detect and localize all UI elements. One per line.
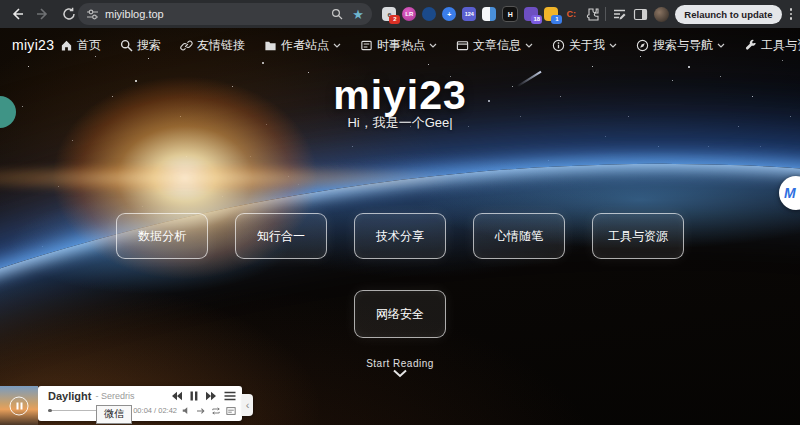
nav-item-author-sites[interactable]: 作者站点 bbox=[264, 37, 341, 54]
extension-book-icon[interactable] bbox=[482, 7, 496, 21]
chevron-down-icon bbox=[717, 43, 725, 48]
play-order-icon[interactable] bbox=[196, 407, 206, 415]
album-cover[interactable] bbox=[0, 386, 38, 425]
folder-icon bbox=[264, 39, 277, 52]
category-buttons-row1: 数据分析 知行合一 技术分享 心情随笔 工具与资源 bbox=[0, 213, 800, 259]
nav-item-home[interactable]: 首页 bbox=[60, 37, 101, 54]
progress-played bbox=[48, 409, 52, 412]
site-navbar: miyi23 首页 搜索 友情链接 作者站点 时事热点 bbox=[0, 32, 800, 58]
nav-item-friend-links[interactable]: 友情链接 bbox=[180, 37, 245, 54]
site-logo[interactable]: miyi23 bbox=[12, 37, 54, 53]
player-collapse-handle[interactable]: ‹ bbox=[242, 394, 253, 416]
reading-list-icon[interactable] bbox=[612, 7, 627, 22]
wrench-icon bbox=[744, 39, 757, 52]
nav-item-search[interactable]: 搜索 bbox=[120, 37, 161, 54]
profile-avatar[interactable] bbox=[654, 7, 669, 22]
cover-pause-icon[interactable] bbox=[10, 396, 29, 415]
time-display: 00:04 / 02:42 bbox=[133, 406, 177, 415]
extension-colorzilla-icon[interactable]: C: bbox=[564, 7, 578, 21]
relaunch-button[interactable]: Relaunch to update bbox=[675, 5, 781, 24]
badge-count: 1 bbox=[551, 15, 562, 24]
previous-track-icon[interactable] bbox=[171, 391, 183, 401]
assistant-logo: M bbox=[784, 185, 796, 201]
chevron-down-icon bbox=[429, 43, 437, 48]
nav-item-tools-resources[interactable]: 工具与资源 bbox=[744, 37, 800, 54]
chrome-menu-icon[interactable] bbox=[788, 8, 795, 20]
reload-icon[interactable] bbox=[62, 7, 76, 21]
track-artist: - Seredris bbox=[95, 391, 134, 401]
loop-icon[interactable] bbox=[211, 407, 221, 415]
badge-count: 18 bbox=[531, 15, 542, 24]
forward-icon bbox=[36, 7, 50, 21]
toolbar-divider bbox=[605, 7, 606, 21]
extension-lr-icon[interactable]: LR bbox=[402, 7, 416, 21]
news-icon bbox=[360, 39, 373, 52]
lyrics-panel-icon[interactable] bbox=[226, 407, 236, 415]
extension-blue-circle-icon[interactable] bbox=[422, 7, 436, 21]
badge-count: 2 bbox=[389, 15, 400, 24]
hero-title: miyi23 bbox=[0, 72, 800, 119]
extension-h-icon[interactable]: H bbox=[502, 6, 518, 22]
extension-ghost-icon[interactable]: 18 bbox=[524, 7, 538, 21]
chevron-down-icon bbox=[333, 43, 341, 48]
wechat-tooltip: 微信 bbox=[96, 405, 132, 424]
extensions-puzzle-icon[interactable] bbox=[584, 7, 599, 22]
home-icon bbox=[60, 39, 73, 52]
address-bar[interactable]: miyiblog.top ★ bbox=[78, 3, 372, 25]
hero-subtitle: Hi，我是一个Gee| bbox=[0, 114, 800, 132]
playlist-icon[interactable] bbox=[224, 391, 236, 401]
chevron-down-icon bbox=[609, 43, 617, 48]
extension-plus-icon[interactable]: + bbox=[442, 7, 456, 21]
browser-toolbar: miyiblog.top ★ e2 LR + 124 H 18 1 C: Rel… bbox=[0, 0, 800, 28]
bookmark-star-icon[interactable]: ★ bbox=[352, 8, 364, 21]
btn-tools-resources[interactable]: 工具与资源 bbox=[592, 213, 684, 259]
search-glass-icon[interactable] bbox=[331, 8, 343, 20]
track-title: Daylight bbox=[48, 390, 91, 402]
extensions-row: e2 LR + 124 H 18 1 C: Relaunch to update bbox=[382, 0, 794, 28]
extension-124-icon[interactable]: 124 bbox=[462, 7, 476, 21]
search-icon bbox=[120, 39, 133, 52]
url-text[interactable]: miyiblog.top bbox=[105, 8, 331, 20]
btn-knowledge-action[interactable]: 知行合一 bbox=[235, 213, 327, 259]
article-card-icon bbox=[456, 39, 469, 52]
start-reading-label: Start Reading bbox=[0, 358, 800, 369]
btn-mood-notes[interactable]: 心情随笔 bbox=[473, 213, 565, 259]
back-icon[interactable] bbox=[10, 7, 24, 21]
category-buttons-row2: 网络安全 bbox=[0, 290, 800, 338]
next-track-icon[interactable] bbox=[205, 391, 217, 401]
btn-network-security[interactable]: 网络安全 bbox=[354, 290, 446, 338]
btn-data-analysis[interactable]: 数据分析 bbox=[116, 213, 208, 259]
scroll-down-chevron[interactable] bbox=[0, 369, 800, 378]
nav-item-about-me[interactable]: 关于我 bbox=[552, 37, 617, 54]
compass-icon bbox=[636, 39, 649, 52]
chevron-down-icon bbox=[525, 43, 533, 48]
link-icon bbox=[180, 39, 193, 52]
pause-icon[interactable] bbox=[190, 391, 198, 401]
extension-notes-icon[interactable]: e2 bbox=[382, 7, 396, 21]
info-icon bbox=[552, 39, 565, 52]
nav-item-search-nav[interactable]: 搜索与导航 bbox=[636, 37, 725, 54]
btn-tech-share[interactable]: 技术分享 bbox=[354, 213, 446, 259]
site-settings-icon[interactable] bbox=[86, 8, 99, 21]
player-card: Daylight - Seredris 00:04 / 02:42 bbox=[38, 386, 242, 421]
nav-item-hot-news[interactable]: 时事热点 bbox=[360, 37, 437, 54]
page-viewport: miyi23 首页 搜索 友情链接 作者站点 时事热点 bbox=[0, 28, 800, 425]
nav-item-article-info[interactable]: 文章信息 bbox=[456, 37, 533, 54]
volume-icon[interactable] bbox=[182, 406, 191, 415]
extension-tag-icon[interactable]: 1 bbox=[544, 7, 558, 21]
side-panel-icon[interactable] bbox=[633, 7, 648, 22]
